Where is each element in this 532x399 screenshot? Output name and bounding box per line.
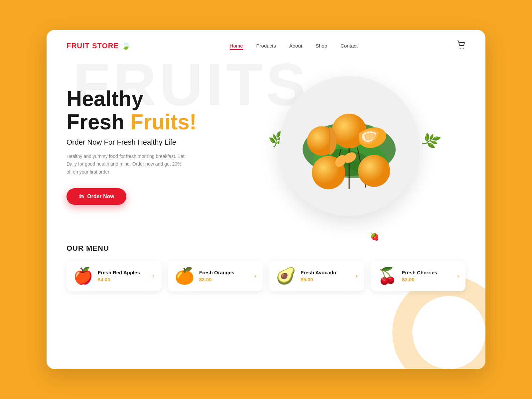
menu-card-0[interactable]: 🍎 Fresh Red Apples $4.00 › — [66, 261, 161, 291]
menu-card-name-3: Fresh Cherries — [402, 270, 453, 275]
cart-icon[interactable] — [457, 41, 466, 51]
nav-link-contact[interactable]: Contact — [340, 43, 358, 49]
menu-card-2[interactable]: 🥑 Fresh Avocado $5.00 › — [269, 261, 364, 291]
hero-title-highlight: Fruits! — [130, 110, 197, 134]
hero-right: 🌿 🌿 🌿 🍓 🍓 — [233, 66, 466, 226]
menu-card-info-3: Fresh Cherries $3.00 — [402, 270, 453, 282]
menu-card-info-1: Fresh Oranges $3.00 — [199, 270, 250, 282]
menu-card-price-0: $4.00 — [98, 277, 148, 282]
nav-item-about[interactable]: About — [289, 43, 302, 49]
fruit-icon-cherries: 🍒 — [377, 267, 397, 285]
menu-card-arrow-1[interactable]: › — [254, 273, 256, 279]
menu-section: OUR MENU 🍎 Fresh Red Apples $4.00 › 🍊 Fr… — [47, 237, 485, 305]
menu-card-arrow-0[interactable]: › — [153, 273, 155, 279]
menu-card-1[interactable]: 🍊 Fresh Oranges $3.00 › — [168, 261, 263, 291]
hero-section: Healthy Fresh Fruits! Order Now For Fres… — [47, 51, 485, 237]
fruit-plate-container — [269, 66, 429, 226]
order-btn-label: Order Now — [87, 194, 114, 200]
menu-card-name-0: Fresh Red Apples — [98, 270, 148, 275]
hero-title-line2-normal: Fresh — [66, 110, 130, 134]
nav-item-home[interactable]: Home — [230, 43, 243, 49]
menu-title: OUR MENU — [66, 244, 466, 253]
order-now-button[interactable]: 🛍 Order Now — [66, 188, 126, 205]
main-card: FRUITS FRUIT STORE 🍃 Home Products About… — [47, 30, 485, 369]
menu-card-3[interactable]: 🍒 Fresh Cherries $3.00 › — [371, 261, 466, 291]
logo-leaf-icon: 🍃 — [121, 42, 130, 50]
hero-title-line1: Healthy — [66, 87, 143, 111]
menu-card-price-3: $3.00 — [402, 277, 453, 282]
hero-title: Healthy Fresh Fruits! — [66, 87, 233, 134]
hero-description: Healthy and yummy food for fresh morning… — [66, 153, 186, 176]
hero-left: Healthy Fresh Fruits! Order Now For Fres… — [66, 87, 233, 205]
menu-card-arrow-2[interactable]: › — [356, 273, 357, 279]
svg-point-16 — [358, 155, 390, 187]
nav-link-about[interactable]: About — [289, 43, 302, 49]
svg-point-1 — [463, 48, 464, 49]
nav-item-contact[interactable]: Contact — [340, 43, 358, 49]
fruit-icon-avocado: 🥑 — [276, 267, 296, 285]
menu-card-price-2: $5.00 — [301, 277, 351, 282]
order-btn-icon: 🛍 — [78, 194, 84, 200]
logo-text: FRUIT STORE — [66, 42, 119, 50]
nav-link-home[interactable]: Home — [230, 43, 243, 50]
menu-card-name-1: Fresh Oranges — [199, 270, 250, 275]
fruit-plate — [279, 76, 419, 216]
menu-card-info-2: Fresh Avocado $5.00 — [301, 270, 351, 282]
nav-item-shop[interactable]: Shop — [316, 43, 327, 49]
fruit-icon-apple: 🍎 — [73, 267, 93, 285]
svg-point-0 — [460, 48, 461, 49]
nav-item-products[interactable]: Products — [256, 43, 276, 49]
hero-subtitle: Order Now For Fresh Healthy Life — [66, 138, 233, 147]
menu-grid: 🍎 Fresh Red Apples $4.00 › 🍊 Fresh Orang… — [66, 261, 466, 291]
menu-card-info-0: Fresh Red Apples $4.00 — [98, 270, 148, 282]
nav-links: Home Products About Shop Contact — [230, 43, 358, 49]
menu-card-name-2: Fresh Avocado — [301, 270, 351, 275]
logo: FRUIT STORE 🍃 — [66, 42, 130, 50]
navbar: FRUIT STORE 🍃 Home Products About Shop C… — [47, 30, 485, 51]
nav-link-products[interactable]: Products — [256, 43, 276, 49]
menu-card-price-1: $3.00 — [199, 277, 250, 282]
fruit-icon-orange: 🍊 — [175, 267, 195, 285]
menu-card-arrow-3[interactable]: › — [457, 273, 459, 279]
nav-link-shop[interactable]: Shop — [316, 43, 327, 49]
fruit-plate-svg — [286, 83, 412, 209]
